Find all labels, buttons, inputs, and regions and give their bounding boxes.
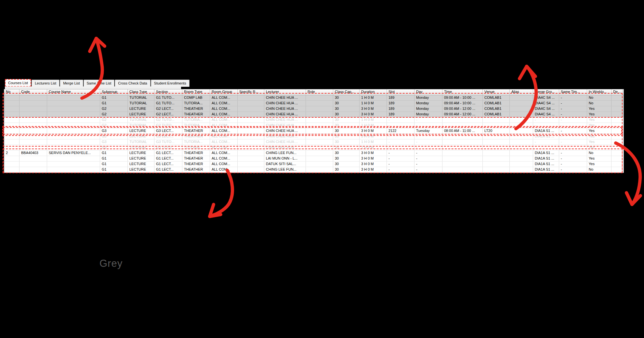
- table-cell: [611, 123, 623, 128]
- annotation-left-edge: [3, 93, 4, 173]
- table-cell: 30: [333, 150, 360, 156]
- table-cell: G1 LECT...: [154, 167, 182, 172]
- screenshot-canvas: Courses ListLecturers ListMerge ListSame…: [0, 0, 644, 338]
- table-cell: G2 LECT...: [154, 112, 182, 117]
- table-cell: DIA4C S4 ...: [533, 112, 559, 117]
- table-cell: -: [559, 123, 587, 128]
- table-cell: COMP LAB: [182, 95, 210, 100]
- table-cell: [47, 134, 100, 139]
- table-cell: [306, 145, 333, 150]
- header-cell[interactable]: Alias: [510, 89, 533, 95]
- table-cell: -: [559, 95, 587, 100]
- tab-merge-list[interactable]: Merge List: [60, 80, 83, 87]
- table-cell: DIA1A S1 ...: [533, 134, 559, 139]
- table-row[interactable]: G2TUTORIALG2 TUTO...TUTORIA...ALL COM...…: [4, 117, 624, 123]
- table-cell: Yes: [587, 139, 611, 145]
- table-cell: COMLAB1: [483, 106, 510, 111]
- table-cell: ALL COM...: [210, 117, 238, 123]
- table-row[interactable]: G1TUTORIALG1 TUTO...TUTORIA...ALL COM...…: [4, 101, 624, 106]
- header-cell[interactable]: Room Group: [210, 89, 238, 95]
- table-row[interactable]: G3TUTORIALG3 TUTO...TUTORIA...ALL COM...…: [4, 145, 624, 150]
- table-cell: -: [387, 156, 414, 161]
- header-cell[interactable]: Section: [154, 89, 182, 95]
- table-row[interactable]: 2BBA40403SERVIS DAN PENYELE...G1LECTUREG…: [4, 150, 624, 156]
- table-row[interactable]: G1TUTORIALG1 TUTO...COMP LABALL COM...CH…: [4, 95, 624, 101]
- table-cell: -: [414, 139, 442, 145]
- header-cell[interactable]: Duration: [360, 89, 387, 95]
- table-cell: 3 H 0 M: [360, 162, 387, 167]
- header-cell[interactable]: Day: [414, 89, 442, 95]
- table-row[interactable]: G3LECTUREG3 LECT...THEATHERALL COM...CHI…: [4, 128, 624, 134]
- table-row[interactable]: G2LECTUREG2 LECT...THEATHERALL COM...CHI…: [4, 106, 624, 112]
- header-cell[interactable]: No: [4, 89, 20, 95]
- table-cell: [47, 117, 100, 123]
- table-cell: Monday: [414, 95, 442, 100]
- table-cell: [20, 156, 47, 161]
- table-cell: [238, 112, 264, 117]
- table-cell: DIA1A S1 ...: [533, 167, 559, 172]
- header-cell[interactable]: Room Type: [182, 89, 210, 95]
- header-cell[interactable]: Specific R...: [238, 89, 264, 95]
- table-row[interactable]: G1LECTUREG1 LECT...THEATHERALL COM...CHI…: [4, 167, 624, 173]
- table-row[interactable]: G3LECTUREG3 LECT...THEATHERALL COM...CHI…: [4, 134, 624, 139]
- tab-cross-check-data[interactable]: Cross Check Data: [115, 80, 150, 87]
- table-cell: CHIN CHEE HUA ...: [264, 95, 306, 100]
- header-cell[interactable]: Code: [20, 89, 47, 95]
- tab-courses-list[interactable]: Courses List: [5, 79, 31, 87]
- table-cell: [47, 145, 100, 150]
- table-cell: [20, 123, 47, 128]
- header-cell[interactable]: Lecturer: [264, 89, 306, 95]
- table-cell: [442, 156, 483, 161]
- table-cell: BBA40403: [20, 150, 47, 156]
- table-cell: [442, 150, 483, 156]
- header-cell[interactable]: Time: [442, 89, 483, 95]
- table-cell: [20, 117, 47, 123]
- header-cell[interactable]: Class Type: [128, 89, 154, 95]
- header-cell[interactable]: In Worklo...: [587, 89, 611, 95]
- table-cell: -: [414, 117, 442, 123]
- table-cell: [442, 117, 483, 123]
- header-cell[interactable]: Subgroup: [100, 89, 128, 95]
- table-row[interactable]: G1LECTUREG1 LECT...THEATHERALL COM...LAI…: [4, 156, 624, 162]
- table-cell: [238, 145, 264, 150]
- table-row[interactable]: G1LECTUREG1 LECT...THEATHERALL COM...DAT…: [4, 162, 624, 167]
- table-cell: ALL COM...: [210, 145, 238, 150]
- header-cell[interactable]: De...: [611, 89, 623, 95]
- table-cell: LAI MUN ONN - L...: [264, 156, 306, 161]
- table-cell: No: [587, 95, 611, 100]
- table-cell: 1 H 0 M: [360, 95, 387, 100]
- table-cell: [238, 117, 264, 123]
- header-cell[interactable]: Class Cap...: [333, 89, 360, 95]
- header-cell[interactable]: Same Tim...: [559, 89, 587, 95]
- table-row[interactable]: G2TUTORIALG2 TUTO...TUTORIA...ALL COM...…: [4, 123, 624, 128]
- table-cell: Yes: [587, 117, 611, 123]
- tab-lecturers-list[interactable]: Lecturers List: [32, 80, 59, 87]
- table-cell: G3: [100, 139, 128, 145]
- table-cell: -: [414, 150, 442, 156]
- tab-same-time-list[interactable]: Same Time List: [84, 80, 115, 87]
- table-cell: 189: [387, 95, 414, 100]
- table-cell: [611, 106, 623, 111]
- table-cell: -: [533, 139, 559, 145]
- table-cell: TUTORIA...: [182, 145, 210, 150]
- table-cell: COMLAB1: [483, 101, 510, 106]
- table-cell: -: [414, 156, 442, 161]
- tab-student-enrollments[interactable]: Student Enrollments: [151, 80, 190, 87]
- table-cell: TUTORIA...: [182, 139, 210, 145]
- table-row[interactable]: G2LECTUREG2 LECT...THEATHERALL COM...CHI…: [4, 112, 624, 117]
- table-cell: [306, 162, 333, 167]
- table-cell: Monday: [414, 106, 442, 111]
- table-cell: [4, 167, 20, 172]
- header-cell[interactable]: Role: [306, 89, 333, 95]
- table-cell: DIA1A S1 ...: [533, 150, 559, 156]
- table-cell: -: [387, 167, 414, 172]
- header-cell[interactable]: Slot: [387, 89, 414, 95]
- table-cell: -: [414, 162, 442, 167]
- table-cell: LECTURE: [128, 112, 154, 117]
- header-cell[interactable]: Venue: [483, 89, 510, 95]
- table-row[interactable]: G3TUTORIALG3 TUTO...TUTORIA...ALL COM...…: [4, 139, 624, 145]
- table-cell: -: [414, 123, 442, 128]
- header-cell[interactable]: Course Name: [47, 89, 100, 95]
- header-cell[interactable]: Merge Gro...: [533, 89, 559, 95]
- table-cell: G2: [100, 123, 128, 128]
